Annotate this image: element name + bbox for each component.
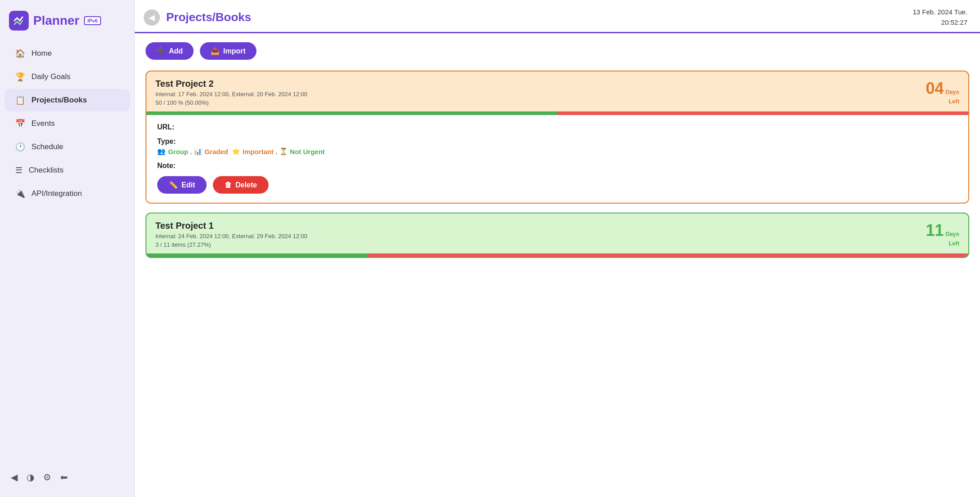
logo-icon [9, 11, 29, 31]
graded-icon: 📊 [194, 147, 202, 155]
project2-progress-fill [146, 111, 557, 115]
project2-url-label: URL: [157, 123, 958, 131]
project-card-2: Test Project 2 Internal: 17 Feb. 2024 12… [146, 71, 969, 204]
back-button[interactable]: ◀ [144, 9, 160, 26]
events-icon: 📅 [15, 119, 25, 129]
date-line: 13 Feb. 2024 Tue. [913, 7, 967, 18]
project2-progress-text: 50 / 100 % (50.00%) [155, 99, 307, 106]
api-icon: 🔌 [15, 189, 25, 199]
project-card-1: Test Project 1 Internal: 24 Feb. 2024 12… [146, 213, 969, 258]
project1-internal: Internal: 24 Feb. 2024 12:00 [155, 233, 229, 240]
header-left: ◀ Projects/Books [144, 9, 251, 26]
page-title: Projects/Books [166, 10, 251, 24]
project1-progress-fill [146, 253, 368, 257]
project2-progress-bar [146, 111, 968, 115]
project2-actions: ✏️ Edit 🗑 Delete [157, 176, 958, 194]
time-line: 20:52:27 [913, 18, 967, 28]
sidebar: Planner IPv6 🏠 Home 🏆 Daily Goals 📋 Proj… [0, 0, 135, 497]
add-button[interactable]: ➕ Add [146, 42, 194, 60]
add-label: Add [169, 47, 183, 55]
page-header: ◀ Projects/Books 13 Feb. 2024 Tue. 20:52… [135, 0, 980, 33]
add-icon: ➕ [156, 47, 165, 55]
sidebar-item-events[interactable]: 📅 Events [4, 112, 130, 135]
tag-important: ⭐ Important [232, 147, 274, 155]
sidebar-label-events: Events [31, 119, 55, 128]
sidebar-label-schedule: Schedule [31, 142, 63, 151]
sidebar-label-projects-books: Projects/Books [31, 96, 87, 105]
sidebar-label-daily-goals: Daily Goals [31, 72, 71, 81]
delete-label: Delete [235, 181, 257, 189]
project1-days-number: 11 [926, 221, 944, 240]
content-area: ➕ Add 📥 Import Test Project 2 Internal: … [135, 33, 980, 497]
project2-url-row: URL: [157, 123, 958, 131]
action-bar: ➕ Add 📥 Import [146, 42, 969, 60]
project2-header: Test Project 2 Internal: 17 Feb. 2024 12… [146, 71, 968, 106]
project1-days-label: DaysLeft [945, 231, 959, 247]
project2-type-label: Type: [157, 138, 958, 146]
project1-header: Test Project 1 Internal: 24 Feb. 2024 12… [146, 213, 968, 248]
home-icon: 🏠 [15, 49, 25, 58]
app-badge: IPv6 [84, 16, 102, 25]
project1-progress-bar [146, 253, 968, 257]
group-icon: 👥 [157, 147, 166, 155]
sidebar-item-daily-goals[interactable]: 🏆 Daily Goals [4, 66, 130, 88]
sidebar-item-projects-books[interactable]: 📋 Projects/Books [4, 89, 130, 111]
important-icon: ⭐ [232, 147, 240, 155]
group-label: Group [168, 148, 188, 155]
important-label: Important [243, 148, 274, 155]
not-urgent-icon: ⏳ [279, 147, 288, 155]
delete-icon: 🗑 [225, 181, 232, 189]
schedule-icon: 🕐 [15, 142, 25, 152]
project2-days-label: DaysLeft [945, 89, 959, 105]
sidebar-nav: 🏠 Home 🏆 Daily Goals 📋 Projects/Books 📅 … [0, 41, 134, 206]
not-urgent-label: Not Urgent [290, 148, 325, 155]
edit-label: Edit [181, 181, 195, 189]
checklists-icon: ☰ [15, 165, 22, 175]
project2-note-label: Note: [157, 162, 958, 170]
sep1: , [190, 147, 192, 155]
project1-dates: Internal: 24 Feb. 2024 12:00, External: … [155, 233, 307, 240]
project2-type-row: Type: 👥 Group , 📊 Graded ⭐ [157, 138, 958, 155]
logout-icon[interactable]: ⬅ [60, 472, 68, 483]
projects-icon: 📋 [15, 95, 25, 105]
graded-label: Graded [204, 148, 228, 155]
delete-button[interactable]: 🗑 Delete [213, 176, 269, 194]
tag-not-urgent: ⏳ Not Urgent [279, 147, 325, 155]
sidebar-item-api-integration[interactable]: 🔌 API/Integration [4, 182, 130, 205]
theme-icon[interactable]: ◑ [26, 472, 34, 483]
sidebar-label-api: API/Integration [31, 189, 82, 198]
sidebar-item-home[interactable]: 🏠 Home [4, 42, 130, 65]
project1-days-left: 11 DaysLeft [926, 221, 959, 247]
settings-icon[interactable]: ⚙ [43, 472, 51, 483]
edit-button[interactable]: ✏️ Edit [157, 176, 207, 194]
project2-dates: Internal: 17 Feb. 2024 12:00, External: … [155, 91, 307, 98]
trophy-icon: 🏆 [15, 72, 25, 82]
project1-title: Test Project 1 [155, 221, 307, 231]
tag-group: 👥 Group [157, 147, 188, 155]
sidebar-item-checklists[interactable]: ☰ Checklists [4, 159, 130, 182]
project2-tags: 👥 Group , 📊 Graded ⭐ Important [157, 147, 958, 155]
app-name: Planner [33, 13, 79, 28]
sidebar-label-home: Home [31, 49, 52, 58]
sidebar-item-schedule[interactable]: 🕐 Schedule [4, 136, 130, 158]
edit-icon: ✏️ [169, 181, 178, 189]
main-area: ◀ Projects/Books 13 Feb. 2024 Tue. 20:52… [135, 0, 980, 497]
logo-area: Planner IPv6 [0, 7, 134, 41]
project2-days-number: 04 [926, 79, 944, 98]
tag-graded: 📊 Graded [194, 147, 228, 155]
project2-days-left: 04 DaysLeft [926, 79, 959, 105]
project2-info: Test Project 2 Internal: 17 Feb. 2024 12… [155, 79, 307, 106]
project1-progress-text: 3 / 11 items (27.27%) [155, 241, 307, 248]
import-button[interactable]: 📥 Import [200, 42, 256, 60]
import-icon: 📥 [211, 47, 220, 55]
project2-external: External: 20 Feb. 2024 12:00 [232, 91, 308, 98]
project1-info: Test Project 1 Internal: 24 Feb. 2024 12… [155, 221, 307, 248]
project1-external: External: 29 Feb. 2024 12:00 [232, 233, 308, 240]
datetime-display: 13 Feb. 2024 Tue. 20:52:27 [913, 7, 967, 27]
project2-note-row: Note: [157, 162, 958, 170]
sidebar-bottom: ◀ ◑ ⚙ ⬅ [0, 465, 134, 490]
sidebar-label-checklists: Checklists [29, 166, 63, 175]
collapse-icon[interactable]: ◀ [11, 472, 18, 483]
project2-internal: Internal: 17 Feb. 2024 12:00 [155, 91, 229, 98]
import-label: Import [223, 47, 246, 55]
